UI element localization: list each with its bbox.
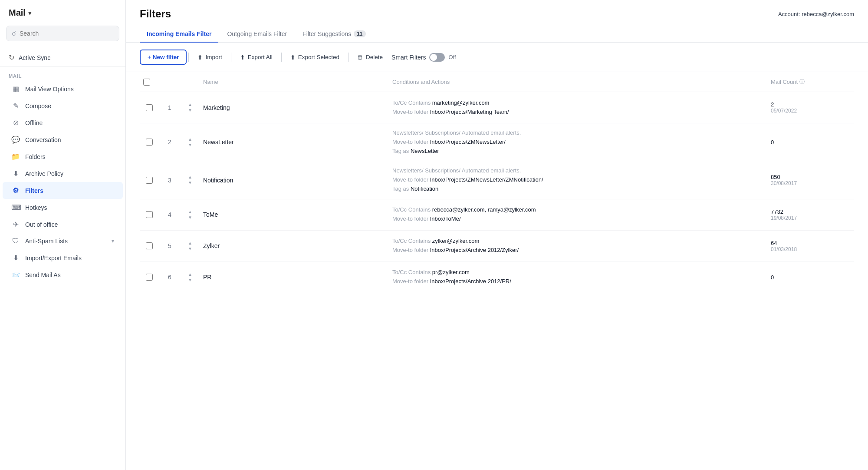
row-arrows: ▲ ▼ <box>181 235 200 257</box>
row-select-checkbox-1[interactable] <box>146 139 153 146</box>
export-all-label: Export All <box>248 54 273 60</box>
toolbar: + New filter ⬆ Import ⬆ Export All ⬆ Exp… <box>126 43 868 72</box>
tab-incoming-label: Incoming Emails Filter <box>147 30 211 37</box>
row-name: ToMe <box>200 206 389 223</box>
row-up-arrow[interactable]: ▲ <box>187 209 194 215</box>
toolbar-separator-1 <box>188 53 189 62</box>
cond-value: Inbox/Projects/Archive 2012/PR/ <box>430 278 511 285</box>
out-of-office-icon: ✈ <box>11 220 20 228</box>
filters-label: Filters <box>25 187 43 194</box>
row-down-arrow[interactable]: ▼ <box>187 246 194 252</box>
conversation-label: Conversation <box>25 136 61 143</box>
app-title-chevron-icon: ▾ <box>28 10 31 17</box>
sidebar-item-out-of-office[interactable]: ✈ Out of office <box>3 216 123 233</box>
sidebar-item-archive-policy[interactable]: ⬇ Archive Policy <box>3 165 123 182</box>
row-down-arrow[interactable]: ▼ <box>187 215 194 220</box>
offline-label: Offline <box>25 119 43 126</box>
row-up-arrow[interactable]: ▲ <box>187 137 194 142</box>
row-arrows: ▲ ▼ <box>181 132 200 153</box>
sidebar-item-send-mail-as[interactable]: 📨 Send Mail As <box>3 266 123 283</box>
sidebar-item-mail-view-options[interactable]: ▦ Mail View Options <box>3 80 123 97</box>
search-input[interactable] <box>20 30 114 37</box>
main-content: Filters Account: rebecca@zylker.com Inco… <box>126 0 868 470</box>
row-down-arrow[interactable]: ▼ <box>187 180 194 185</box>
row-down-arrow[interactable]: ▼ <box>187 108 194 113</box>
sync-icon: ↻ <box>9 53 14 62</box>
table-row: 6 ▲ ▼ PR To/Cc Contains pr@zylker.comMov… <box>140 262 854 293</box>
row-select-checkbox-3[interactable] <box>146 211 153 218</box>
table-row: 2 ▲ ▼ NewsLetter Newsletters/ Subscripti… <box>140 123 854 161</box>
row-conditions: To/Cc Contains rebecca@zylker.com, ramya… <box>389 200 767 229</box>
row-arrows: ▲ ▼ <box>181 169 200 191</box>
toolbar-separator-3 <box>281 53 282 62</box>
export-all-button[interactable]: ⬆ Export All <box>233 50 279 64</box>
export-selected-label: Export Selected <box>298 54 339 60</box>
cond-label: Tag as <box>392 185 411 192</box>
cond-label: To/Cc Contains <box>392 99 432 106</box>
table-body: 1 ▲ ▼ Marketing To/Cc Contains marketing… <box>140 92 854 293</box>
hotkeys-icon: ⌨ <box>11 203 20 212</box>
export-selected-button[interactable]: ⬆ Export Selected <box>283 50 346 64</box>
new-filter-button[interactable]: + New filter <box>140 50 187 65</box>
header-number-col <box>159 76 181 87</box>
table-row: 1 ▲ ▼ Marketing To/Cc Contains marketing… <box>140 92 854 123</box>
row-down-arrow[interactable]: ▼ <box>187 142 194 148</box>
row-up-arrow[interactable]: ▲ <box>187 272 194 277</box>
cond-value: Inbox/Projects/ZMNewsLetter/ZMNotificati… <box>430 176 543 183</box>
row-mail-count: 205/07/2022 <box>767 96 854 119</box>
app-title[interactable]: Mail ▾ <box>0 8 125 26</box>
archive-policy-label: Archive Policy <box>25 170 63 177</box>
cond-value: Inbox/ToMe/ <box>430 215 461 222</box>
row-select-checkbox-0[interactable] <box>146 104 153 111</box>
mail-count-info-icon: ⓘ <box>799 78 805 86</box>
row-select-checkbox-5[interactable] <box>146 274 153 281</box>
cond-label: Move-to folder <box>392 215 430 222</box>
offline-icon: ⊘ <box>11 119 20 127</box>
row-name: Marketing <box>200 99 389 116</box>
sidebar-item-filters[interactable]: ⚙ Filters <box>3 182 123 199</box>
search-box[interactable]: ☌ <box>6 26 119 41</box>
table-header: Name Conditions and Actions Mail Count ⓘ <box>140 72 854 92</box>
import-button[interactable]: ⬆ Import <box>191 50 229 64</box>
cond-desc: Newsletters/ Subscriptions/ Automated em… <box>392 129 521 136</box>
cond-value: zylker@zylker.com <box>432 238 480 244</box>
tab-suggestions-badge: 11 <box>354 30 365 37</box>
header-conditions-col: Conditions and Actions <box>389 76 767 87</box>
row-down-arrow[interactable]: ▼ <box>187 278 194 283</box>
hotkeys-label: Hotkeys <box>25 204 47 211</box>
mail-view-options-icon: ▦ <box>11 85 20 93</box>
smart-filters-label: Smart Filters <box>391 54 426 61</box>
tab-suggestions[interactable]: Filter Suggestions11 <box>296 26 372 43</box>
row-up-arrow[interactable]: ▲ <box>187 102 194 107</box>
sidebar-item-hotkeys[interactable]: ⌨ Hotkeys <box>3 199 123 216</box>
mail-view-options-label: Mail View Options <box>25 86 74 93</box>
cond-value: Inbox/Projects/Archive 2012/Zylker/ <box>430 247 519 253</box>
mail-count-number: 850 <box>771 174 851 180</box>
tab-outgoing[interactable]: Outgoing Emails Filter <box>220 26 294 43</box>
select-all-checkbox[interactable] <box>143 79 150 86</box>
row-up-arrow[interactable]: ▲ <box>187 175 194 180</box>
sidebar-item-conversation[interactable]: 💬 Conversation <box>3 131 123 148</box>
conversation-icon: 💬 <box>11 136 20 144</box>
mail-count-date: 30/08/2017 <box>771 180 851 186</box>
sidebar-item-offline[interactable]: ⊘ Offline <box>3 114 123 131</box>
sidebar-item-folders[interactable]: 📁 Folders <box>3 148 123 165</box>
smart-filters-toggle[interactable] <box>429 53 445 62</box>
delete-button[interactable]: 🗑 Delete <box>350 50 390 64</box>
mail-count-date: 05/07/2022 <box>771 108 851 114</box>
tab-incoming[interactable]: Incoming Emails Filter <box>140 26 218 43</box>
row-select-checkbox-2[interactable] <box>146 177 153 184</box>
send-mail-as-label: Send Mail As <box>25 271 61 278</box>
sidebar-item-anti-spam-lists[interactable]: 🛡 Anti-Spam Lists ▾ <box>3 233 123 249</box>
filter-name-text: PR <box>203 274 211 281</box>
active-sync-item[interactable]: ↻ Active Sync <box>0 49 125 66</box>
sidebar-item-import-export[interactable]: ⬇ Import/Export Emails <box>3 249 123 266</box>
row-select-checkbox-4[interactable] <box>146 242 153 249</box>
toolbar-separator-2 <box>231 53 231 62</box>
sidebar-item-compose[interactable]: ✎ Compose <box>3 97 123 114</box>
account-email: rebecca@zylker.com <box>802 11 854 17</box>
cond-desc: Newsletters/ Subscriptions/ Automated em… <box>392 167 521 174</box>
row-up-arrow[interactable]: ▲ <box>187 241 194 246</box>
mail-count-date: 19/08/2017 <box>771 215 851 221</box>
row-number: 3 <box>159 172 181 189</box>
